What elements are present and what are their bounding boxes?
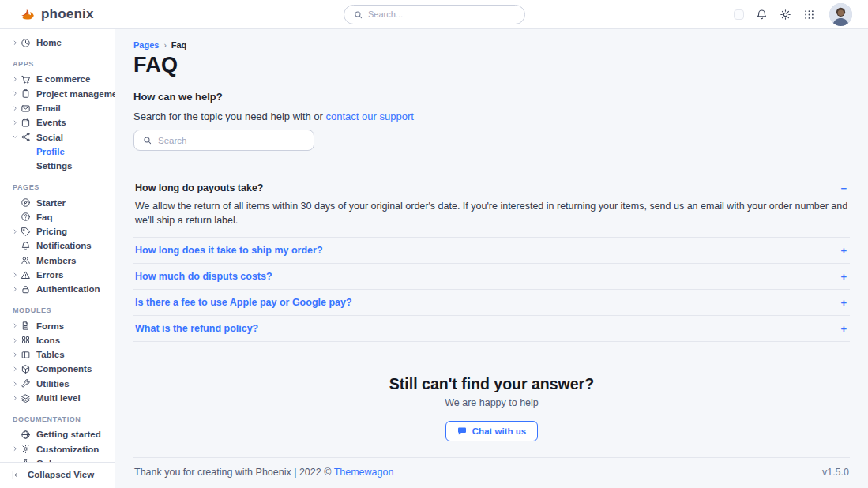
sidebar-item-events[interactable]: Events [13, 115, 108, 130]
sidebar-item-label: Events [36, 118, 66, 127]
chevron-glyph [13, 446, 18, 452]
chevron-right-icon [13, 40, 21, 46]
faq-question: Is there a fee to use Apple pay or Googl… [135, 297, 352, 308]
faq-search[interactable] [133, 130, 314, 151]
cta-heading: Still can't find your answer? [133, 375, 850, 393]
faq-question-row[interactable]: How long does it take to ship my order?+ [135, 245, 848, 256]
sidebar-item-label: Project management [36, 89, 115, 99]
faq-question-row[interactable]: How long do payouts take?− [135, 182, 848, 193]
sidebar-item-label: Customization [36, 445, 99, 454]
collapsed-view-toggle[interactable]: Collapsed View [0, 462, 115, 488]
sidebar-item-home[interactable]: Home [13, 36, 108, 50]
chevron-right-icon [13, 381, 21, 387]
settings-gear-icon[interactable] [780, 9, 791, 21]
sidebar-item-tables[interactable]: Tables [13, 347, 108, 362]
sidebar-item-e-commerce[interactable]: E commerce [13, 72, 108, 86]
faq-question: How long does it take to ship my order? [135, 245, 323, 256]
expand-icon[interactable]: + [839, 272, 848, 282]
warning-icon [21, 270, 31, 280]
sidebar-item-label: Multi level [36, 393, 81, 403]
sidebar-item-label: Tables [36, 350, 65, 359]
sidebar-item-multi-level[interactable]: Multi level [13, 391, 108, 405]
sidebar-item-social[interactable]: Social [13, 130, 108, 144]
sidebar-subitems-social: ProfileSettings [13, 145, 108, 174]
sidebar-item-icons[interactable]: Icons [13, 333, 108, 347]
sidebar-item-project-management[interactable]: Project management [13, 87, 108, 101]
breadcrumb-separator: › [163, 41, 166, 50]
chevron-right-icon [13, 287, 21, 292]
breadcrumb-current: Faq [171, 40, 187, 50]
sidebar-item-errors[interactable]: Errors [13, 268, 108, 282]
chat-with-us-button[interactable]: Chat with us [445, 421, 538, 441]
brand-logo[interactable]: phoenix [19, 6, 94, 23]
global-search[interactable] [344, 5, 525, 24]
sidebar-item-label: Starter [36, 198, 66, 208]
chevron-glyph [13, 366, 18, 372]
sidebar-section-label-documentation: DOCUMENTATION [13, 415, 108, 423]
search-icon [354, 10, 363, 19]
sidebar-item-label: Utilities [36, 379, 70, 389]
apps-grid-icon[interactable] [803, 9, 815, 21]
sidebar-item-label: E commerce [36, 74, 90, 84]
faq-item: How long do payouts take?−We allow the r… [133, 175, 850, 238]
sidebar-item-customization[interactable]: Customization [13, 442, 108, 456]
expand-icon[interactable]: + [839, 298, 848, 308]
faq-question: How much do disputs costs? [135, 271, 272, 282]
chevron-right-icon [13, 272, 21, 278]
faq-question-row[interactable]: How much do disputs costs?+ [135, 271, 848, 282]
faq-question: How long do payouts take? [135, 182, 264, 193]
chevron-glyph [13, 352, 18, 358]
sidebar-item-forms[interactable]: Forms [13, 318, 108, 332]
chat-button-label: Chat with us [472, 426, 526, 436]
sidebar-section-label-pages: PAGES [13, 183, 108, 191]
global-search-input[interactable] [368, 9, 515, 19]
collapse-icon[interactable]: − [839, 183, 848, 193]
sidebar-item-components[interactable]: Components [13, 362, 108, 376]
contact-support-link[interactable]: contact our support [326, 111, 414, 122]
sidebar-item-gulp[interactable]: Gulp [13, 456, 108, 462]
bell-glyph-icon [756, 9, 768, 21]
sidebar-item-email[interactable]: Email [13, 101, 108, 115]
chevron-glyph [13, 106, 18, 111]
chevron-glyph [13, 120, 18, 126]
sidebar-item-getting-started[interactable]: Getting started [13, 427, 108, 441]
collapse-arrow-icon [11, 470, 21, 480]
chevron-right-icon [13, 229, 21, 235]
sidebar-item-authentication[interactable]: Authentication [13, 282, 108, 296]
sidebar-item-profile[interactable]: Profile [13, 145, 108, 159]
faq-question-row[interactable]: Is there a fee to use Apple pay or Googl… [135, 297, 848, 308]
user-avatar[interactable] [829, 3, 852, 26]
theme-toggle[interactable] [734, 9, 744, 20]
sidebar-section-label-modules: MODULES [13, 306, 108, 314]
chevron-right-icon [13, 396, 21, 401]
sidebar-item-members[interactable]: Members [13, 253, 108, 268]
clock-icon [21, 38, 31, 48]
chevron-glyph [13, 134, 18, 140]
notifications-bell-icon[interactable] [756, 9, 768, 21]
sidebar-item-label: Members [36, 256, 77, 265]
expand-icon[interactable]: + [839, 246, 848, 256]
sidebar-item-pricing[interactable]: Pricing [13, 224, 108, 238]
compass-icon [21, 197, 31, 208]
breadcrumb-pages-link[interactable]: Pages [133, 40, 159, 50]
faq-question-row[interactable]: What is the refund policy?+ [135, 323, 848, 334]
grid9-glyph-icon [803, 9, 815, 21]
sidebar-item-starter[interactable]: Starter [13, 195, 108, 209]
sidebar-section-label-apps: APPS [13, 60, 108, 68]
sidebar-item-notifications[interactable]: Notifications [13, 238, 108, 253]
lock-icon [21, 284, 31, 295]
footer-version: v1.5.0 [822, 467, 849, 478]
expand-icon[interactable]: + [839, 324, 848, 334]
themewagon-link[interactable]: Themewagon [334, 467, 394, 478]
sidebar-item-settings[interactable]: Settings [13, 159, 108, 173]
faq-item: What is the refund policy?+ [133, 316, 850, 342]
faq-search-input[interactable] [158, 136, 305, 145]
sidebar-item-label: Icons [36, 336, 60, 345]
wrench-icon [21, 378, 31, 389]
main-content: Pages › Faq FAQ How can we help? Search … [115, 29, 868, 488]
chevron-right-icon [13, 77, 21, 82]
top-navbar: phoenix [0, 0, 868, 29]
file-icon [21, 321, 31, 331]
sidebar-item-utilities[interactable]: Utilities [13, 377, 108, 391]
sidebar-item-faq[interactable]: Faq [13, 210, 108, 224]
